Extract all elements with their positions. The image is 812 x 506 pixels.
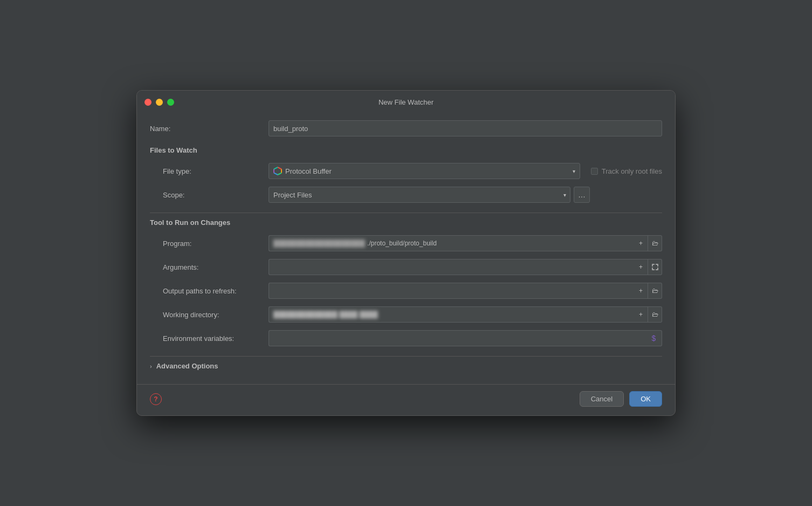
working-dir-field[interactable]: ██████████████ ████ ████ xyxy=(269,306,634,323)
output-paths-label: Output paths to refresh: xyxy=(150,287,269,295)
env-vars-input-wrap: $ xyxy=(269,330,662,346)
name-input[interactable] xyxy=(269,120,662,136)
titlebar: New File Watcher xyxy=(137,91,675,112)
track-root-label: Track only root files xyxy=(602,167,662,175)
file-type-row: File type: Protocol Buffer ▾ xyxy=(150,163,662,179)
name-label: Name: xyxy=(150,125,269,133)
program-blurred-prefix: ████████████████████ xyxy=(273,240,365,247)
footer-action-buttons: Cancel OK xyxy=(580,391,662,407)
working-dir-label: Working directory: xyxy=(150,311,269,319)
tool-section-header: Tool to Run on Changes xyxy=(150,213,662,231)
program-label: Program: xyxy=(150,240,269,248)
program-path-value: ./proto_build/proto_build xyxy=(367,240,437,247)
program-input-wrap: ████████████████████ ./proto_build/proto… xyxy=(269,235,662,251)
name-row: Name: xyxy=(150,120,662,136)
program-row: Program: ████████████████████ ./proto_bu… xyxy=(150,235,662,251)
working-dir-row: Working directory: ██████████████ ████ █… xyxy=(150,306,662,323)
arguments-add-button[interactable]: + xyxy=(634,259,648,275)
program-folder-button[interactable]: 🗁 xyxy=(648,235,662,251)
working-dir-folder-button[interactable]: 🗁 xyxy=(648,306,662,323)
file-type-value: Protocol Buffer xyxy=(285,167,569,175)
dialog-footer: ? Cancel OK xyxy=(137,384,675,415)
output-paths-add-button[interactable]: + xyxy=(634,283,648,299)
file-type-arrow-icon: ▾ xyxy=(573,168,575,174)
files-to-watch-section: Files to Watch xyxy=(150,144,662,159)
arguments-input-wrap: + xyxy=(269,259,662,275)
folder-icon: 🗁 xyxy=(652,240,658,247)
ok-button[interactable]: OK xyxy=(629,391,662,407)
file-type-dropdown[interactable]: Protocol Buffer ▾ xyxy=(269,163,580,179)
close-button[interactable] xyxy=(144,99,152,106)
env-vars-row: Environment variables: $ xyxy=(150,330,662,346)
program-field[interactable]: ████████████████████ ./proto_build/proto… xyxy=(269,235,634,251)
dialog-title: New File Watcher xyxy=(379,98,433,106)
output-folder-icon: 🗁 xyxy=(652,287,658,295)
env-vars-label: Environment variables: xyxy=(150,334,269,343)
window-controls xyxy=(144,99,174,106)
output-paths-input-wrap: + 🗁 xyxy=(269,283,662,299)
scope-select[interactable]: Project Files xyxy=(269,187,570,203)
working-folder-icon: 🗁 xyxy=(652,311,658,318)
arguments-expand-button[interactable] xyxy=(648,259,662,275)
arguments-label: Arguments: xyxy=(150,263,269,271)
protocol-buffer-icon xyxy=(273,167,282,175)
env-vars-input[interactable] xyxy=(269,330,646,346)
program-add-button[interactable]: + xyxy=(634,235,648,251)
advanced-chevron-icon: › xyxy=(150,363,152,370)
arguments-input[interactable] xyxy=(269,259,634,275)
working-dir-blurred-value: ██████████████ ████ ████ xyxy=(273,311,378,318)
proto-svg-icon xyxy=(273,167,282,175)
track-root-wrap: Track only root files xyxy=(591,167,662,175)
cancel-button[interactable]: Cancel xyxy=(580,391,624,407)
output-paths-row: Output paths to refresh: + 🗁 xyxy=(150,283,662,299)
track-root-checkbox[interactable] xyxy=(591,168,598,175)
dialog-container: New File Watcher Name: Files to Watch Fi… xyxy=(136,90,676,416)
advanced-options-row[interactable]: › Advanced Options xyxy=(150,356,662,375)
scope-controls: Project Files ▾ … xyxy=(269,187,662,203)
advanced-options-label: Advanced Options xyxy=(156,362,218,370)
minimize-button[interactable] xyxy=(156,99,163,106)
output-paths-folder-button[interactable]: 🗁 xyxy=(648,283,662,299)
file-type-label: File type: xyxy=(150,167,269,175)
dialog-content: Name: Files to Watch File type: xyxy=(137,112,675,384)
help-button[interactable]: ? xyxy=(150,393,162,405)
scope-label: Scope: xyxy=(150,191,269,199)
scope-dots-button[interactable]: … xyxy=(574,187,590,203)
working-dir-add-button[interactable]: + xyxy=(634,306,648,323)
output-paths-input[interactable] xyxy=(269,283,634,299)
working-dir-input-wrap: ██████████████ ████ ████ + 🗁 xyxy=(269,306,662,323)
scope-row: Scope: Project Files ▾ … xyxy=(150,187,662,203)
maximize-button[interactable] xyxy=(167,99,174,106)
arguments-row: Arguments: + xyxy=(150,259,662,275)
expand-icon xyxy=(652,264,658,270)
scope-dropdown-wrap: Project Files ▾ xyxy=(269,187,570,203)
env-vars-dollar-button[interactable]: $ xyxy=(646,330,662,346)
